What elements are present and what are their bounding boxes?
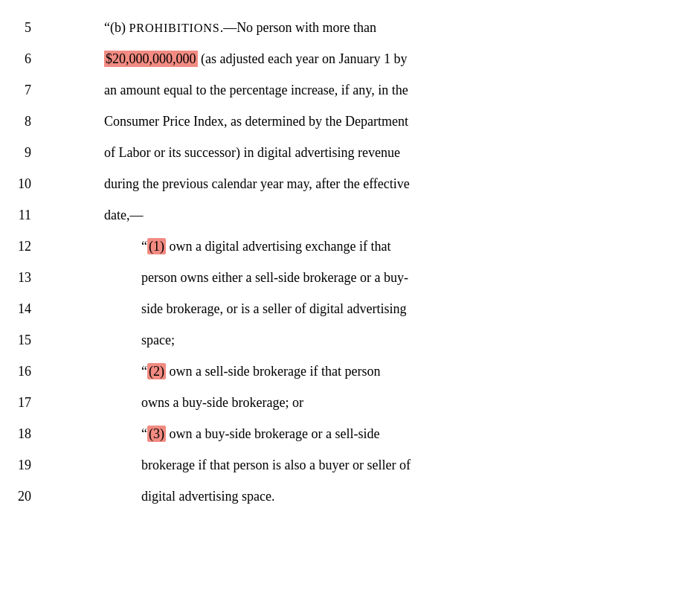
document-line: 8Consumer Price Index, as determined by … — [0, 109, 685, 140]
line-number: 5 — [0, 20, 45, 36]
line-text: $20,000,000,000 (as adjusted each year o… — [45, 49, 685, 69]
line-text: brokerage if that person is also a buyer… — [45, 455, 685, 475]
document-line: 7an amount equal to the percentage incre… — [0, 77, 685, 109]
document-line: 9of Labor or its successor) in digital a… — [0, 140, 685, 171]
document-line: 15space; — [0, 327, 685, 359]
line-text: “(b) Prohibitions.—No person with more t… — [45, 18, 685, 38]
line-number: 10 — [0, 176, 45, 192]
line-number: 13 — [0, 270, 45, 286]
document-line: 5“(b) Prohibitions.—No person with more … — [0, 15, 685, 46]
line-number: 20 — [0, 489, 45, 504]
document-line: 6$20,000,000,000 (as adjusted each year … — [0, 46, 685, 77]
line-text: “(1) own a digital advertising exchange … — [45, 237, 685, 257]
line-number: 15 — [0, 333, 45, 348]
line-text: “(3) own a buy-side brokerage or a sell-… — [45, 424, 685, 444]
line-text: date,— — [45, 205, 685, 225]
line-number: 16 — [0, 364, 45, 379]
document-line: 20digital advertising space. — [0, 484, 685, 515]
line-text: side brokerage, or is a seller of digita… — [45, 299, 685, 319]
line-text: digital advertising space. — [45, 487, 685, 507]
document-line: 10during the previous calendar year may,… — [0, 171, 685, 202]
line-text: “(2) own a sell-side brokerage if that p… — [45, 362, 685, 382]
line-text: space; — [45, 330, 685, 350]
document-line: 12“(1) own a digital advertising exchang… — [0, 234, 685, 265]
line-number: 17 — [0, 395, 45, 411]
line-number: 14 — [0, 301, 45, 317]
document-line: 18“(3) own a buy-side brokerage or a sel… — [0, 421, 685, 452]
line-number: 19 — [0, 458, 45, 473]
line-text: an amount equal to the percentage increa… — [45, 80, 685, 100]
line-number: 12 — [0, 239, 45, 254]
line-text: Consumer Price Index, as determined by t… — [45, 112, 685, 132]
line-text: during the previous calendar year may, a… — [45, 174, 685, 194]
line-text: of Labor or its successor) in digital ad… — [45, 143, 685, 163]
line-number: 7 — [0, 83, 45, 98]
line-number: 11 — [0, 208, 45, 223]
line-text: person owns either a sell-side brokerage… — [45, 268, 685, 288]
document-line: 11date,— — [0, 202, 685, 234]
document-line: 13person owns either a sell-side brokera… — [0, 265, 685, 296]
document-line: 14side brokerage, or is a seller of digi… — [0, 296, 685, 327]
line-number: 18 — [0, 426, 45, 442]
document-line: 19brokerage if that person is also a buy… — [0, 452, 685, 484]
line-number: 9 — [0, 145, 45, 161]
document-content: 5“(b) Prohibitions.—No person with more … — [0, 15, 685, 515]
document-line: 17owns a buy-side brokerage; or — [0, 390, 685, 421]
line-number: 6 — [0, 51, 45, 67]
line-text: owns a buy-side brokerage; or — [45, 393, 685, 413]
line-number: 8 — [0, 114, 45, 129]
document-line: 16“(2) own a sell-side brokerage if that… — [0, 359, 685, 390]
